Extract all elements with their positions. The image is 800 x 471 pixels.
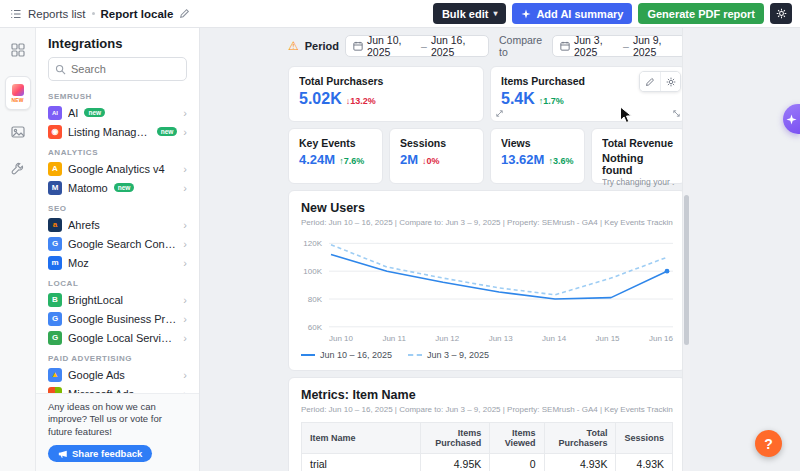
help-button[interactable]: ? bbox=[755, 430, 782, 457]
metric-cell: 4.93K↓0.1% bbox=[544, 454, 616, 471]
generate-pdf-button[interactable]: Generate PDF report bbox=[638, 3, 764, 24]
sidebar-item-label: Google Analytics v4 bbox=[68, 163, 165, 175]
metric-cell: 4.95K↑0.3% bbox=[420, 454, 490, 471]
widgets-icon bbox=[11, 43, 25, 61]
sidebar-item-google-local-services-ads[interactable]: GGoogle Local Services Ads› bbox=[44, 328, 191, 347]
column-header-items-purchased[interactable]: Items Purchased bbox=[420, 423, 490, 454]
widget-items-purchased[interactable]: Items Purchased5.4K↑1.7% bbox=[490, 66, 686, 122]
sidebar-item-google-business-profile[interactable]: GGoogle Business Profile› bbox=[44, 309, 191, 328]
search-box[interactable] bbox=[48, 57, 187, 81]
widget-sessions[interactable]: Sessions2M↓0% bbox=[389, 128, 484, 184]
brightlocal-icon: B bbox=[48, 293, 62, 307]
moz-icon: m bbox=[48, 256, 62, 270]
metrics-title: Metrics: Item Name bbox=[301, 388, 673, 402]
bulk-edit-button[interactable]: Bulk edit ▾ bbox=[433, 3, 506, 24]
chevron-right-icon: › bbox=[183, 369, 187, 381]
sidebar-section-seo: SEO bbox=[48, 204, 187, 213]
column-header-sessions[interactable]: Sessions bbox=[616, 423, 673, 454]
y-axis-tick: 80K bbox=[308, 295, 322, 304]
image-icon bbox=[11, 125, 25, 143]
y-axis-tick: 60K bbox=[308, 322, 322, 331]
rail-integrations-button[interactable]: NEW bbox=[5, 76, 31, 110]
metrics-table-body: trial4.95K↑0.3%04.93K↓0.1%4.93K↓0.1% bbox=[302, 454, 673, 471]
sidebar-item-listing-management[interactable]: ◉Listing Managementnew› bbox=[44, 122, 191, 141]
period-date-range[interactable]: Jun 10, 2025 – Jun 16, 2025 bbox=[345, 35, 489, 57]
table-row[interactable]: trial4.95K↑0.3%04.93K↓0.1%4.93K↓0.1% bbox=[302, 454, 673, 471]
legend-label: Jun 3 – 9, 2025 bbox=[427, 350, 489, 360]
google-search-console-icon: G bbox=[48, 237, 62, 251]
chevron-right-icon: › bbox=[183, 182, 187, 194]
x-axis-tick: Jun 11 bbox=[382, 334, 405, 343]
rail-tools-button[interactable] bbox=[6, 158, 30, 182]
sidebar-item-google-ads[interactable]: ▲Google Ads› bbox=[44, 365, 191, 384]
sidebar-item-label: Google Ads bbox=[68, 369, 125, 381]
chart-title: New Users bbox=[301, 201, 673, 215]
share-feedback-button[interactable]: Share feedback bbox=[48, 445, 152, 462]
widget-edit-button[interactable] bbox=[640, 72, 660, 91]
sidebar-item-google-analytics-v4[interactable]: AGoogle Analytics v4› bbox=[44, 159, 191, 178]
scrollbar-track[interactable] bbox=[682, 28, 690, 471]
sparkle-icon bbox=[786, 114, 797, 125]
widget-title: Views bbox=[501, 137, 574, 149]
column-header-items-viewed[interactable]: Items Viewed bbox=[490, 423, 544, 454]
sidebar-item-matomo[interactable]: MMatomonew› bbox=[44, 178, 191, 197]
period-label: Period bbox=[305, 40, 339, 52]
widget-key-events[interactable]: Key Events4.24M↑7.6% bbox=[288, 128, 383, 184]
widgets-grid: Total Purchasers5.02K↓13.2%Items Purchas… bbox=[288, 66, 686, 184]
chevron-right-icon: › bbox=[183, 332, 187, 344]
sidebar-item-label: AI bbox=[68, 107, 78, 119]
metrics-table: Item NameItems PurchasedItems ViewedTota… bbox=[301, 422, 673, 471]
app-body: NEW Integrations SEMRUSHAIAInew›◉Listing… bbox=[0, 28, 800, 471]
chevron-right-icon: › bbox=[183, 163, 187, 175]
bulk-edit-label: Bulk edit bbox=[442, 8, 488, 20]
y-axis-tick: 120K bbox=[303, 239, 322, 248]
edit-title-icon[interactable] bbox=[179, 8, 190, 19]
search-input[interactable] bbox=[71, 63, 180, 75]
report-title: Report locale bbox=[101, 8, 174, 20]
widget-delta: ↓13.2% bbox=[346, 96, 376, 106]
sidebar-item-brightlocal[interactable]: BBrightLocal› bbox=[44, 290, 191, 309]
sidebar-item-moz[interactable]: mMoz› bbox=[44, 253, 191, 272]
ahrefs-icon: a bbox=[48, 218, 62, 232]
sidebar-item-ahrefs[interactable]: aAhrefs› bbox=[44, 215, 191, 234]
feedback-text: Any ideas on how we can improve? Tell us… bbox=[48, 401, 187, 439]
share-feedback-label: Share feedback bbox=[72, 448, 142, 459]
chevron-right-icon: › bbox=[183, 257, 187, 269]
sidebar-item-label: Moz bbox=[68, 257, 89, 269]
cell-value: 4.93K bbox=[553, 458, 608, 470]
resize-handle-icon[interactable] bbox=[672, 109, 681, 118]
add-ai-summary-button[interactable]: Add AI summary bbox=[512, 3, 632, 24]
listing-management-icon: ◉ bbox=[48, 125, 62, 139]
widget-delta: ↑7.6% bbox=[339, 156, 364, 166]
widget-views[interactable]: Views13.62M↑3.6% bbox=[490, 128, 585, 184]
x-axis-tick: Jun 14 bbox=[542, 334, 566, 343]
resize-handle-icon[interactable] bbox=[495, 109, 504, 118]
compare-label: Compare to bbox=[499, 34, 546, 58]
chart-y-labels: 120K100K80K60K bbox=[301, 235, 329, 331]
legend-item: Jun 3 – 9, 2025 bbox=[408, 350, 489, 360]
warning-icon: ⚠ bbox=[288, 40, 299, 52]
report-settings-button[interactable] bbox=[770, 3, 792, 24]
metrics-table-header-row: Item NameItems PurchasedItems ViewedTota… bbox=[302, 423, 673, 454]
breadcrumb-separator bbox=[92, 12, 95, 15]
compare-date-range[interactable]: Jun 3, 2025 – Jun 9, 2025 bbox=[552, 35, 686, 57]
widget-total-revenue[interactable]: Total RevenueNothing foundTry changing y… bbox=[591, 128, 686, 184]
metrics-card: Metrics: Item Name Period: Jun 10 – 16, … bbox=[288, 377, 686, 471]
widget-delta: ↑1.7% bbox=[539, 96, 564, 106]
sidebar-item-google-search-console[interactable]: GGoogle Search Console› bbox=[44, 234, 191, 253]
gear-icon bbox=[776, 8, 787, 19]
sidebar-item-ai[interactable]: AIAInew› bbox=[44, 103, 191, 122]
rail-media-button[interactable] bbox=[6, 122, 30, 146]
column-header-item-name[interactable]: Item Name bbox=[302, 423, 421, 454]
rail-widgets-button[interactable] bbox=[6, 40, 30, 64]
widget-total-purchasers[interactable]: Total Purchasers5.02K↓13.2% bbox=[288, 66, 484, 122]
chevron-right-icon: › bbox=[183, 294, 187, 306]
sidebar-item-label: Google Search Console bbox=[68, 238, 177, 250]
widget-value: 4.24M bbox=[299, 152, 335, 167]
sidebar-item-microsoft-ads[interactable]: Microsoft Ads› bbox=[44, 384, 191, 393]
reports-list-link[interactable]: Reports list bbox=[28, 8, 86, 20]
scrollbar-thumb[interactable] bbox=[684, 195, 689, 345]
column-header-total-purchasers[interactable]: Total Purchasers bbox=[544, 423, 616, 454]
chevron-right-icon: › bbox=[183, 238, 187, 250]
widget-settings-button[interactable] bbox=[660, 72, 680, 91]
